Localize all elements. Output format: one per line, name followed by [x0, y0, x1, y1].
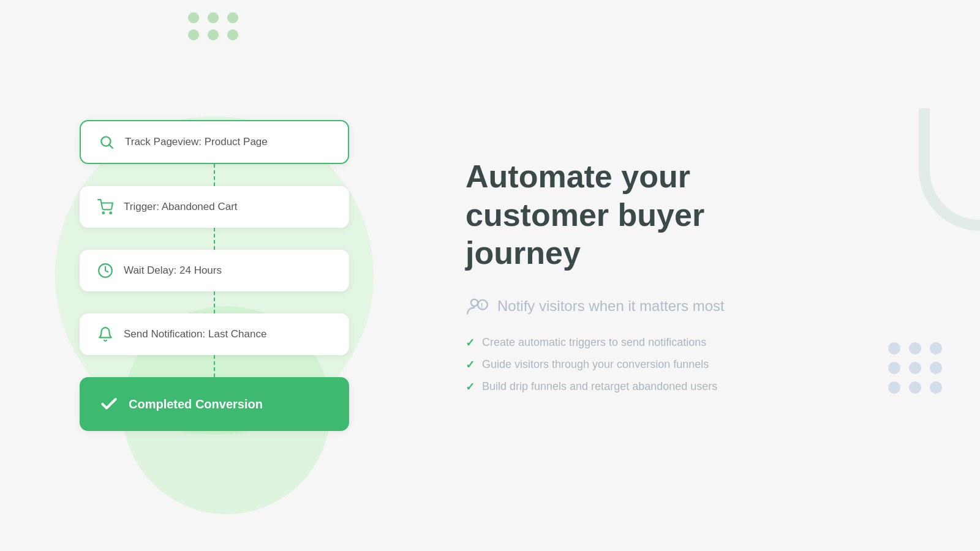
svg-text:!: ! [481, 302, 483, 309]
dot-br-1 [888, 342, 900, 354]
sub-heading: Notify visitors when it matters most [497, 298, 725, 315]
left-panel: Track Pageview: Product Page Trigger: Ab… [0, 0, 429, 551]
connector-4 [214, 355, 215, 377]
dot-br-3 [930, 342, 942, 354]
svg-point-3 [110, 212, 111, 214]
connector-1 [214, 164, 215, 186]
arc-decoration [919, 108, 980, 231]
main-heading: Automate your customer buyer journey [466, 157, 809, 272]
step-wait-delay[interactable]: Wait Delay: 24 Hours [80, 250, 349, 291]
feature-item-3: ✓ Build drip funnels and retarget abando… [466, 380, 931, 394]
dot-tl-3 [227, 12, 238, 23]
dot-br-2 [909, 342, 921, 354]
dot-tl-2 [208, 12, 219, 23]
step-send-notification-label: Send Notification: Last Chance [124, 328, 266, 340]
feature-text-1: Create automatic triggers to send notifi… [482, 336, 706, 349]
step-track-pageview-label: Track Pageview: Product Page [125, 136, 268, 148]
check-icon-3: ✓ [466, 380, 475, 394]
svg-point-2 [102, 212, 104, 214]
connector-3 [214, 291, 215, 313]
svg-point-5 [471, 299, 478, 305]
connector-2 [214, 228, 215, 250]
step-abandoned-cart-label: Trigger: Abandoned Cart [124, 201, 238, 213]
dot-br-9 [930, 381, 942, 394]
svg-line-1 [110, 145, 113, 148]
check-white-icon [99, 394, 119, 414]
check-icon-2: ✓ [466, 358, 475, 372]
dots-bottom-right [888, 342, 943, 394]
step-completed-conversion-label: Completed Conversion [129, 397, 263, 411]
dot-br-4 [888, 362, 900, 374]
dot-br-5 [909, 362, 921, 374]
check-icon-1: ✓ [466, 336, 475, 350]
dot-br-7 [888, 381, 900, 394]
feature-item-1: ✓ Create automatic triggers to send noti… [466, 336, 931, 350]
step-abandoned-cart[interactable]: Trigger: Abandoned Cart [80, 186, 349, 228]
dots-top [188, 12, 241, 40]
clock-icon [97, 262, 114, 279]
step-track-pageview[interactable]: Track Pageview: Product Page [80, 120, 349, 164]
step-completed-conversion[interactable]: Completed Conversion [80, 377, 349, 431]
flow-container: Track Pageview: Product Page Trigger: Ab… [74, 120, 355, 431]
notify-icon: ! [466, 294, 489, 318]
dot-br-6 [930, 362, 942, 374]
dot-tl-6 [227, 29, 238, 40]
feature-text-2: Guide visitors through your conversion f… [482, 358, 709, 371]
feature-item-2: ✓ Guide visitors through your conversion… [466, 358, 931, 372]
bell-icon [97, 326, 114, 343]
step-send-notification[interactable]: Send Notification: Last Chance [80, 313, 349, 355]
cart-icon [97, 198, 114, 216]
search-icon [98, 133, 115, 151]
feature-text-3: Build drip funnels and retarget abandone… [482, 380, 717, 393]
page-container: Track Pageview: Product Page Trigger: Ab… [0, 0, 980, 551]
right-panel: Automate your customer buyer journey ! N… [429, 108, 980, 442]
dot-tl-5 [208, 29, 219, 40]
sub-section: ! Notify visitors when it matters most [466, 294, 931, 318]
step-wait-delay-label: Wait Delay: 24 Hours [124, 264, 222, 277]
dot-tl-1 [188, 12, 199, 23]
dot-br-8 [909, 381, 921, 394]
dot-tl-4 [188, 29, 199, 40]
feature-list: ✓ Create automatic triggers to send noti… [466, 336, 931, 394]
